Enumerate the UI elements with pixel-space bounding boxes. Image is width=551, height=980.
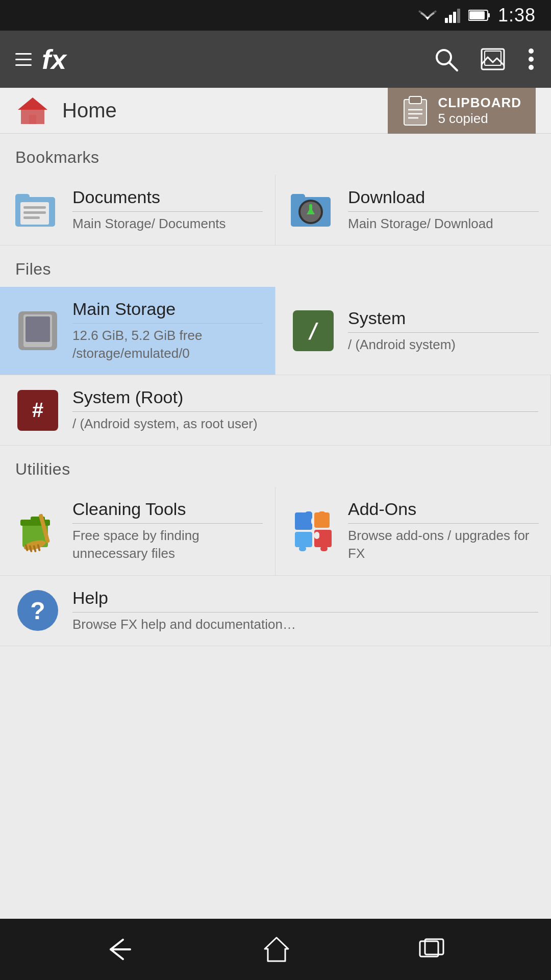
back-button[interactable]	[105, 937, 135, 962]
download-subtitle: Main Storage/ Download	[348, 215, 539, 233]
svg-point-11	[529, 48, 534, 54]
svg-rect-53	[320, 546, 328, 551]
navigation-bar	[0, 919, 551, 980]
svg-rect-5	[469, 11, 485, 19]
system-item[interactable]: / System / (Android system)	[276, 287, 551, 375]
help-subtitle: Browse FX help and documentation…	[72, 616, 538, 633]
main-storage-subtitle: 12.6 GiB, 5.2 GiB free /storage/emulated…	[72, 327, 263, 362]
more-options-icon[interactable]	[527, 46, 536, 72]
system-root-subtitle: / (Android system, as root user)	[72, 415, 538, 433]
bookmarks-section-header: Bookmarks	[0, 134, 551, 175]
clipboard-icon	[402, 95, 429, 126]
files-grid: Main Storage 12.6 GiB, 5.2 GiB free /sto…	[0, 287, 551, 446]
svg-marker-59	[265, 938, 288, 961]
svg-point-12	[529, 57, 534, 62]
documents-text: Documents Main Storage/ Documents	[72, 187, 263, 233]
clipboard-count: 5 copied	[438, 111, 521, 127]
addons-item[interactable]: Add-Ons Browse add-ons / upgrades for FX	[276, 487, 551, 575]
utilities-grid: Cleaning Tools Free space by finding unn…	[0, 487, 551, 646]
documents-title: Documents	[72, 187, 263, 212]
system-subtitle: / (Android system)	[348, 336, 539, 354]
cleaning-tools-icon	[15, 508, 60, 553]
svg-rect-3	[457, 9, 460, 23]
home-button[interactable]	[263, 936, 290, 963]
addons-subtitle: Browse add-ons / upgrades for FX	[348, 527, 539, 562]
hamburger-line	[15, 64, 32, 66]
system-root-item[interactable]: # System (Root) / (Android system, as ro…	[0, 375, 551, 446]
app-bar-actions	[433, 46, 536, 72]
clipboard-title: CLIPBOARD	[438, 95, 521, 111]
status-icons: 1:38	[417, 5, 536, 26]
bookmarks-grid: Documents Main Storage/ Documents	[0, 175, 551, 246]
help-text: Help Browse FX help and documentation…	[72, 588, 538, 633]
svg-rect-1	[449, 15, 452, 23]
svg-rect-26	[23, 206, 46, 209]
svg-rect-57	[318, 511, 325, 517]
status-bar: 1:38	[0, 0, 551, 31]
svg-rect-19	[409, 96, 421, 104]
svg-rect-49	[305, 511, 312, 517]
svg-point-13	[529, 65, 534, 70]
home-icon	[15, 93, 50, 128]
download-item[interactable]: Download Main Storage/ Download	[276, 175, 551, 246]
svg-rect-6	[488, 13, 490, 17]
clipboard-text: CLIPBOARD 5 copied	[438, 95, 521, 127]
cleaning-tools-item[interactable]: Cleaning Tools Free space by finding unn…	[0, 487, 276, 575]
system-title: System	[348, 308, 539, 333]
location-bar: Home CLIPBOARD 5 copied	[0, 88, 551, 134]
hamburger-menu[interactable]	[15, 53, 32, 66]
documents-subtitle: Main Storage/ Documents	[72, 215, 263, 233]
hamburger-line	[15, 53, 32, 55]
main-storage-icon	[15, 308, 60, 353]
signal-icon	[445, 8, 461, 23]
system-root-text: System (Root) / (Android system, as root…	[72, 387, 538, 433]
svg-rect-24	[15, 194, 30, 202]
help-item[interactable]: ? Help Browse FX help and documentation…	[0, 576, 551, 646]
svg-rect-34	[309, 204, 312, 211]
svg-rect-54	[295, 532, 312, 547]
image-icon[interactable]	[480, 46, 506, 72]
app-bar: fx	[0, 31, 551, 88]
help-title: Help	[72, 588, 538, 612]
download-title: Download	[348, 187, 539, 212]
clipboard-badge[interactable]: CLIPBOARD 5 copied	[388, 88, 536, 134]
svg-rect-28	[23, 216, 40, 219]
hamburger-line	[15, 59, 32, 60]
folder-download-icon	[291, 188, 336, 233]
system-icon: /	[291, 308, 336, 353]
app-logo: fx	[15, 43, 422, 75]
svg-rect-52	[314, 532, 319, 539]
system-root-icon: #	[15, 388, 60, 433]
main-storage-item[interactable]: Main Storage 12.6 GiB, 5.2 GiB free /sto…	[0, 287, 276, 375]
svg-rect-16	[21, 110, 44, 124]
system-root-title: System (Root)	[72, 387, 538, 412]
addons-text: Add-Ons Browse add-ons / upgrades for FX	[348, 499, 539, 562]
main-storage-title: Main Storage	[72, 299, 263, 324]
documents-item[interactable]: Documents Main Storage/ Documents	[0, 175, 276, 246]
wifi-icon	[417, 8, 438, 23]
location-title: Home	[62, 99, 388, 122]
content-area: Bookmarks Documents Main Storage/	[0, 134, 551, 919]
cleaning-tools-subtitle: Free space by finding unnecessary files	[72, 527, 263, 562]
download-text: Download Main Storage/ Download	[348, 187, 539, 233]
svg-rect-37	[26, 316, 50, 342]
add-ons-icon	[291, 508, 336, 553]
svg-rect-2	[453, 12, 456, 23]
fx-logo-text: fx	[42, 43, 66, 75]
system-text: System / (Android system)	[348, 308, 539, 354]
svg-rect-55	[299, 546, 306, 551]
help-icon: ?	[15, 588, 60, 633]
svg-line-8	[449, 62, 457, 70]
search-icon[interactable]	[433, 46, 459, 72]
battery-icon	[468, 9, 491, 22]
utilities-section-header: Utilities	[0, 446, 551, 487]
files-section-header: Files	[0, 246, 551, 287]
addons-title: Add-Ons	[348, 499, 539, 524]
svg-rect-30	[291, 194, 305, 202]
folder-documents-icon	[15, 188, 60, 233]
main-storage-text: Main Storage 12.6 GiB, 5.2 GiB free /sto…	[72, 299, 263, 362]
recents-button[interactable]	[418, 937, 446, 962]
svg-rect-27	[23, 211, 46, 214]
cleaning-tools-title: Cleaning Tools	[72, 499, 263, 524]
status-time: 1:38	[498, 5, 536, 26]
